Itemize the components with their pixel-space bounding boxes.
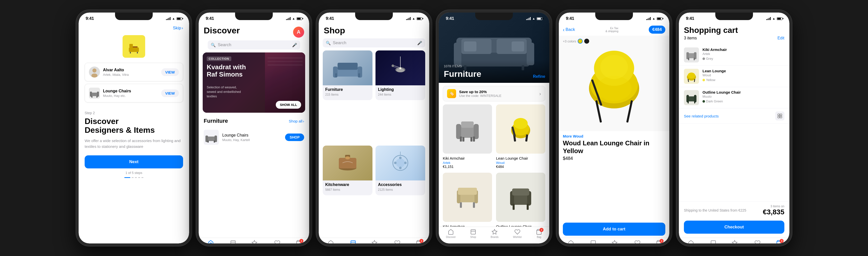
progress-dots [85, 177, 183, 183]
svg-marker-116 [732, 241, 737, 244]
product-kiki-1[interactable]: Kiki Armchair Artek €1,151 [443, 104, 492, 169]
profile-avatar[interactable]: A [293, 27, 304, 38]
product-brands-lounge: Muuto, Hay, Kartell [222, 138, 282, 142]
svg-rect-55 [464, 41, 476, 52]
shop-all-link[interactable]: Shop all › [289, 119, 304, 123]
nav-shop-3[interactable]: Shop [350, 240, 356, 244]
nav-shop-4[interactable]: Shop [470, 229, 476, 238]
wifi-icon-3: ▲ [412, 17, 415, 20]
edit-button[interactable]: Edit [777, 36, 784, 40]
swatch-yellow[interactable] [578, 39, 583, 44]
step-label: Step 2 [85, 111, 183, 115]
add-to-cart-button[interactable]: Add to cart [563, 223, 665, 236]
product-kiki-2[interactable]: Kiki Armchair Artek €1,151 [443, 173, 492, 227]
product-grid: Kiki Armchair Artek €1,151 [439, 104, 549, 227]
cart-item-kiki[interactable]: Kiki Armchair Artek Grey [679, 44, 789, 66]
cart-item-lean[interactable]: Lean Lounge Woud Yellow [679, 66, 789, 87]
phones-container: 9:41 ▲ Skip › [71, 5, 797, 251]
cart-item-outline[interactable]: Outline Lounge Chair Muuto Dark Green [679, 87, 789, 108]
more-brand-link[interactable]: More Woud [563, 134, 665, 138]
nav-brands-2[interactable]: Brands [250, 240, 258, 244]
nav-bag-4[interactable]: Bag 2 [536, 229, 542, 238]
category-furniture[interactable]: Furniture 215 Items [323, 51, 372, 100]
nav-bag-3[interactable]: Bag 2 [416, 240, 422, 244]
nav-bag-6[interactable]: Bag 3 [776, 240, 782, 244]
search-icon-3: 🔍 [326, 41, 331, 45]
collection-card[interactable]: COLLECTION Kvadrat with Raf Simons Selec… [203, 53, 305, 113]
nav-bag-2[interactable]: Bag 2 [296, 240, 302, 244]
nav-brands-5[interactable]: Brands [611, 240, 619, 244]
category-lighting[interactable]: Lighting 244 Items [375, 51, 425, 100]
category-kitchenware[interactable]: Kitchenware 5667 Items [323, 146, 372, 195]
product-price-kiki-1: €1,151 [443, 165, 492, 169]
notch-6 [715, 12, 753, 20]
back-button[interactable]: ‹ Back [563, 27, 575, 33]
product-brand-lean-1[interactable]: Woud [496, 161, 545, 165]
product-lean-1[interactable]: Lean Lounge Chair Woud €484 [496, 104, 545, 169]
detail-image-area: +3 colors [559, 36, 669, 131]
product-name-lean-1: Lean Lounge Chair [496, 156, 545, 160]
nav-discover-3[interactable]: Discover [326, 240, 336, 244]
nav-wishlist-2[interactable]: Wishlist [273, 240, 281, 244]
product-brand-kiki-1[interactable]: Artek [443, 161, 492, 165]
product-info-lounge: Lounge Chairs Muuto, Hay, Kartell [222, 133, 282, 142]
furniture-svg [333, 55, 363, 80]
search-bar-3[interactable]: 🔍 Search 🎤 [323, 38, 425, 47]
shop-button[interactable]: SHOP [285, 133, 304, 141]
view-button-lounge[interactable]: VIEW [161, 89, 179, 97]
nav-discover-2[interactable]: Discover [206, 240, 216, 244]
discover-header: Discover A 🔍 Search 🎤 [199, 24, 309, 53]
nav-shop-2[interactable]: Shop [230, 240, 236, 244]
step-indicator: 1 of 5 steps [85, 171, 183, 175]
avatar-lounge [89, 88, 100, 99]
status-icons-4: ▲ [526, 17, 542, 20]
refine-button[interactable]: Refine [533, 74, 545, 79]
skip-button[interactable]: Skip › [173, 24, 183, 33]
swatch-black[interactable] [584, 39, 589, 44]
battery-icon-3 [417, 17, 422, 20]
nav-wishlist-4[interactable]: Wishlist [513, 229, 521, 238]
product-row-lounge[interactable]: Lounge Chairs Muuto, Hay, Kartell SHOP [199, 127, 309, 147]
dot-2 [132, 177, 134, 178]
nav-wishlist-5[interactable]: Wishlist [633, 240, 642, 244]
nav-discover-4[interactable]: Discover [446, 229, 456, 238]
nav-discover-5[interactable]: Discover [566, 240, 576, 244]
svg-rect-25 [338, 63, 358, 70]
nav-brands-6[interactable]: Brands [731, 240, 739, 244]
color-dot-lean [703, 79, 705, 81]
nav-bag-5[interactable]: Bag 2 [656, 240, 662, 244]
view-button-aalto[interactable]: VIEW [161, 68, 179, 76]
cart-item-brand-outline: Muuto [703, 95, 784, 98]
product-name-kiki-1: Kiki Armchair [443, 156, 492, 160]
category-accessories[interactable]: Accessories 2125 Items [375, 146, 425, 195]
discover-icon-5 [568, 240, 574, 244]
nav-wishlist-3[interactable]: Wishlist [393, 240, 401, 244]
nav-brands-3[interactable]: Brands [370, 240, 378, 244]
collection-label: COLLECTION [207, 57, 231, 61]
next-button[interactable]: Next [85, 155, 183, 168]
product-detail-title: Woud Lean Lounge Chair in Yellow [563, 139, 665, 155]
discover-screen: Discover A 🔍 Search 🎤 [199, 24, 309, 244]
nav-wishlist-6[interactable]: Wishlist [753, 240, 762, 244]
see-related-section[interactable]: See related products [679, 108, 789, 124]
nav-shop-5[interactable]: Shop [590, 240, 596, 244]
checkout-button[interactable]: Checkout [684, 221, 784, 234]
nav-discover-6[interactable]: Discover [686, 240, 696, 244]
collection-desc: Selection of weaved, sewed and embellish… [207, 85, 247, 99]
chair-svg [126, 39, 142, 54]
product-outline-1[interactable]: Outline Lounge Chair Muuto €1,563 [496, 173, 545, 227]
show-all-button[interactable]: SHOW ALL [276, 101, 301, 109]
promo-banner[interactable]: 🏷️ Save up to 20% Use the code: WINTERSA… [443, 86, 545, 101]
chevron-icon: › [303, 119, 304, 123]
designer-row-aalto: Alvar Aalto Artek, Iittala, Vitra VIEW [85, 63, 183, 81]
nav-shop-6[interactable]: Shop [710, 240, 716, 244]
cart-items-row: 3 items Edit [684, 36, 784, 40]
nav-brands-4[interactable]: Brands [491, 229, 499, 238]
battery-icon-5 [657, 17, 662, 20]
status-time-3: 9:41 [326, 16, 334, 21]
signal-icon-2 [286, 17, 290, 20]
lighting-image [375, 51, 425, 85]
svg-rect-24 [358, 73, 360, 77]
status-icons-5: ▲ [646, 17, 662, 20]
search-bar-2[interactable]: 🔍 Search 🎤 [208, 40, 300, 50]
